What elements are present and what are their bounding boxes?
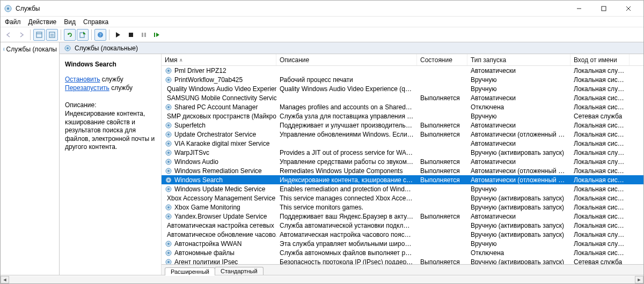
table-row[interactable]: Агент политики IPsecБезопасность протоко… [162, 257, 643, 264]
svg-point-47 [167, 179, 170, 181]
desc-text: Индексирование контента, кэширование сво… [65, 110, 156, 152]
table-row[interactable]: Pml Driver HPZ12АвтоматическиЛокальная с… [162, 66, 643, 75]
table-row[interactable]: Windows Update Medic ServiceEnables reme… [162, 184, 643, 193]
tab-extended[interactable]: Расширенный [165, 267, 215, 275]
svg-point-21 [67, 47, 69, 49]
col-header-state[interactable]: Состояние [417, 54, 467, 65]
table-row[interactable]: VIA Karaoke digital mixer ServiceАвтомат… [162, 139, 643, 148]
svg-point-63 [167, 252, 170, 254]
table-row[interactable]: Автономные файлыСлужба автономных файлов… [162, 248, 643, 257]
col-header-desc[interactable]: Описание [276, 54, 417, 65]
restart-service-button[interactable] [151, 29, 163, 41]
nodebar-label: Службы (локальные) [75, 44, 138, 52]
minimize-button[interactable] [567, 1, 591, 16]
table-row[interactable]: SMP дисковых пространств (Майкрос...Служ… [162, 111, 643, 121]
table-row[interactable]: Автонастройка WWANЭта служба управляет м… [162, 239, 643, 248]
maximize-button[interactable] [592, 1, 616, 16]
tree-item-label: Службы (локалы [6, 46, 57, 53]
svg-rect-17 [154, 33, 155, 37]
svg-point-39 [167, 143, 170, 145]
svg-point-45 [167, 170, 170, 172]
table-row[interactable]: Shared PC Account ManagerManages profile… [162, 102, 643, 111]
scroll-left-button[interactable]: ◄ [1, 276, 9, 283]
svg-point-61 [167, 243, 170, 245]
svg-rect-3 [602, 6, 606, 11]
toolbar: ? [1, 27, 643, 42]
svg-point-25 [167, 79, 170, 81]
table-row[interactable]: Xbox Accessory Management ServiceThis se… [162, 193, 643, 203]
desc-label: Описание: [65, 101, 156, 109]
svg-point-31 [167, 106, 170, 108]
svg-point-23 [167, 70, 170, 72]
menu-view[interactable]: Вид [64, 18, 76, 26]
service-list[interactable]: Pml Driver HPZ12АвтоматическиЛокальная с… [162, 66, 643, 264]
scroll-right-button[interactable]: ► [635, 276, 643, 283]
start-service-button[interactable] [112, 29, 124, 41]
refresh-button[interactable] [64, 29, 76, 41]
list-header: Имя∧ Описание Состояние Тип запуска Вход… [162, 54, 643, 66]
toolbar-button-2[interactable] [46, 29, 58, 41]
menu-file[interactable]: Файл [5, 18, 21, 26]
col-header-name[interactable]: Имя∧ [162, 54, 276, 65]
svg-point-37 [167, 133, 170, 136]
table-row[interactable]: Windows AudioУправление средствами работ… [162, 157, 643, 166]
table-row[interactable]: Update Orchestrator ServiceУправление об… [162, 130, 643, 139]
detail-heading: Windows Search [65, 61, 156, 68]
stop-service-button[interactable] [125, 29, 137, 41]
svg-rect-16 [144, 33, 146, 37]
detail-tabs: Расширенный Стандартный [162, 264, 643, 275]
svg-point-65 [167, 261, 170, 263]
svg-rect-15 [142, 33, 143, 37]
menu-help[interactable]: Справка [83, 18, 108, 26]
menu-action[interactable]: Действие [28, 18, 57, 26]
titlebar: Службы [1, 1, 643, 17]
table-row[interactable]: Quality Windows Audio Video ExperienceQu… [162, 84, 643, 93]
svg-rect-8 [49, 32, 55, 38]
restart-service-link[interactable]: Перезапустить [65, 84, 109, 92]
table-row[interactable]: Yandex.Browser Update ServiceПоддерживае… [162, 212, 643, 221]
svg-point-35 [167, 124, 170, 126]
services-icon [4, 4, 12, 13]
help-button[interactable]: ? [94, 29, 106, 41]
table-row[interactable]: Xbox Game MonitoringThis service monitor… [162, 203, 643, 212]
svg-point-55 [167, 215, 170, 218]
table-row[interactable]: SAMSUNG Mobile Connectivity ServiceВыпол… [162, 93, 643, 102]
svg-text:?: ? [99, 32, 101, 38]
svg-rect-14 [129, 33, 133, 37]
close-button[interactable] [617, 1, 640, 16]
forward-button[interactable] [16, 29, 27, 41]
svg-point-18 [4, 47, 4, 52]
svg-point-49 [167, 188, 170, 190]
table-row[interactable]: WarpJITSvcProvides a JIT out of process … [162, 148, 643, 157]
detail-panel: Windows Search Остановить службу Перезап… [60, 54, 162, 275]
table-row[interactable]: PrintWorkflow_70ab425Рабочий процесс печ… [162, 75, 643, 84]
export-button[interactable] [77, 29, 89, 41]
tree-item-services[interactable]: Службы (локалы [2, 44, 58, 54]
sort-arrow-icon: ∧ [179, 57, 183, 63]
svg-point-41 [167, 152, 170, 154]
menubar: Файл Действие Вид Справка [1, 17, 643, 27]
col-header-startup[interactable]: Тип запуска [467, 54, 570, 65]
services-window: Службы Файл Действие Вид Справка ? [0, 0, 644, 284]
tree-pane: Службы (локалы [1, 42, 60, 275]
svg-point-53 [167, 206, 170, 208]
table-row[interactable]: Автоматическая настройка сетевых ...Служ… [162, 221, 643, 230]
gear-icon [64, 44, 71, 52]
table-row[interactable]: Автоматическое обновление часово...Автом… [162, 230, 643, 239]
toolbar-button-1[interactable] [33, 29, 45, 41]
back-button[interactable] [3, 29, 14, 41]
table-row[interactable]: Windows Remediation ServiceRemediates Wi… [162, 166, 643, 175]
table-row[interactable]: SuperfetchПоддерживает и улучшает произв… [162, 121, 643, 130]
nodebar: Службы (локальные) [60, 42, 643, 54]
svg-rect-6 [36, 32, 42, 38]
svg-point-43 [167, 161, 170, 163]
col-header-logon[interactable]: Вход от имени [570, 54, 630, 65]
svg-point-1 [7, 7, 9, 9]
table-row[interactable]: Windows SearchИндексирование контента, к… [162, 175, 643, 184]
bottom-scrollbar[interactable]: ◄ ► [1, 275, 643, 283]
tab-standard[interactable]: Стандартный [215, 267, 264, 275]
window-title: Службы [16, 5, 567, 12]
stop-service-link[interactable]: Остановить [65, 76, 100, 83]
pause-service-button[interactable] [138, 29, 150, 41]
